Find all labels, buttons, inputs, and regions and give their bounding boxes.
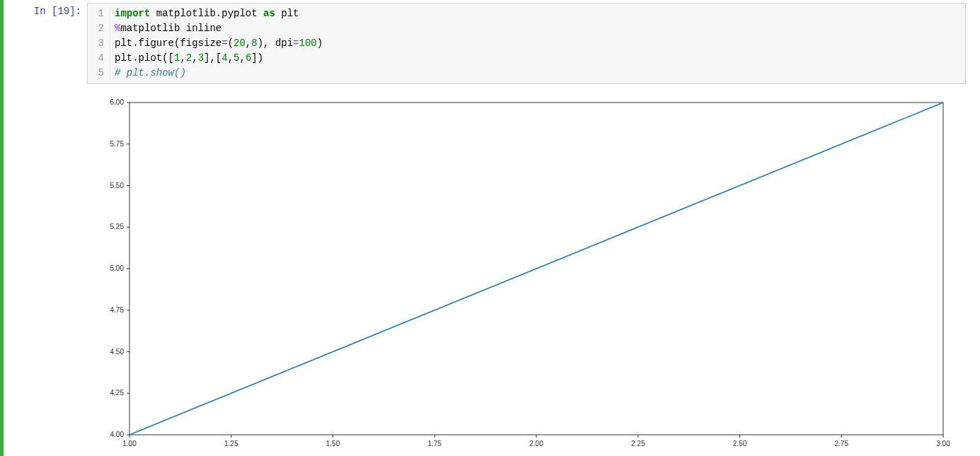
code-line[interactable]: # plt.show() [115,66,965,81]
xtick-label: 2.75 [835,440,849,448]
ytick-label: 5.50 [110,182,125,189]
notebook-cell: In [19]: 12345 import matplotlib.pyplot … [0,0,980,456]
line-number: 4 [88,51,104,66]
data-line [129,103,943,435]
xtick-label: 1.50 [326,440,340,448]
ytick-label: 6.00 [110,98,125,106]
code-editor[interactable]: 12345 import matplotlib.pyplot as plt%ma… [87,3,966,84]
cell-body: 12345 import matplotlib.pyplot as plt%ma… [87,3,980,456]
line-chart: 4.004.254.504.755.005.255.505.756.001.00… [87,95,957,456]
line-number-gutter: 12345 [88,6,110,81]
line-number: 3 [88,36,104,51]
ytick-label: 4.25 [110,389,125,397]
xtick-label: 2.25 [631,440,645,448]
prompt-kind: In [34,6,46,17]
ytick-label: 4.00 [110,431,125,438]
xtick-label: 1.75 [428,440,442,448]
xtick-label: 2.00 [529,440,543,448]
xtick-label: 3.00 [936,440,950,448]
code-line[interactable]: import matplotlib.pyplot as plt [115,6,965,21]
line-number: 5 [88,66,104,81]
ytick-label: 4.50 [110,348,125,356]
ytick-label: 5.00 [110,264,125,272]
prompt-count: 19 [57,6,69,17]
xtick-label: 2.50 [733,440,747,448]
line-number: 2 [88,21,104,36]
ytick-label: 5.25 [110,223,125,230]
code-line[interactable]: plt.figure(figsize=(20,8), dpi=100) [115,36,965,51]
code-line[interactable]: plt.plot([1,2,3],[4,5,6]) [115,51,965,66]
ytick-label: 4.75 [110,306,125,314]
input-prompt: In [19]: [9,3,87,456]
code-line[interactable]: %matplotlib inline [115,21,965,36]
xtick-label: 1.25 [224,440,238,448]
code-lines[interactable]: import matplotlib.pyplot as plt%matplotl… [110,6,965,81]
ytick-label: 5.75 [110,140,125,148]
line-number: 1 [88,6,104,21]
output-area: 4.004.254.504.755.005.255.505.756.001.00… [87,95,966,456]
xtick-label: 1.00 [122,440,137,448]
